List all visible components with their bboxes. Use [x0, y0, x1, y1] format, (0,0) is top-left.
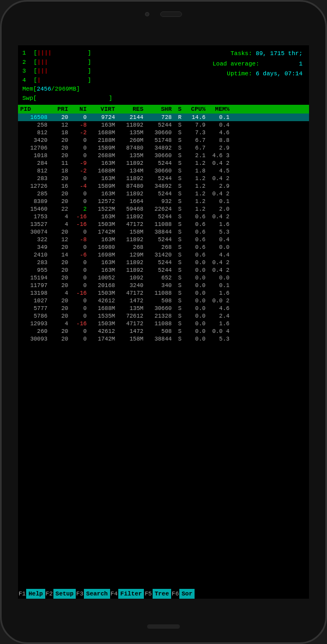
fn-label[interactable]: Filter [118, 589, 144, 599]
fn-label[interactable]: Help [26, 589, 45, 599]
table-row[interactable]: 15460 22 2 1522M 59468 22624 S 1.2 2.0 [18, 205, 309, 213]
fn-button-sor[interactable]: F6 Sor [171, 589, 195, 599]
table-row[interactable]: 285 20 0 163M 11892 5244 S 1.2 0.4 2 [18, 190, 309, 198]
virt: 1742M [88, 229, 116, 235]
table-row[interactable]: 284 11 -9 163M 11892 5244 S 1.2 0.4 2 [18, 159, 309, 167]
res: 268 [116, 244, 144, 251]
cpu-pct: 1.2 [183, 206, 207, 212]
shr: 30660 [144, 305, 173, 312]
pri: 12 [49, 236, 69, 243]
shr: 11088 [144, 290, 173, 296]
res: 1664 [116, 198, 144, 205]
pri: 4 [49, 290, 69, 296]
cpu-pct: 0.0 [183, 275, 207, 281]
pid: 1753 [20, 213, 49, 220]
res: 1092 [116, 275, 144, 281]
pri: 20 [49, 175, 69, 182]
table-row[interactable]: 16508 20 0 9724 2144 728 R 14.6 0.1 [18, 114, 309, 121]
shr: 51748 [144, 137, 173, 144]
table-row[interactable]: 5777 20 0 1688M 135M 30660 S 0.0 4.6 [18, 305, 309, 312]
ni: 0 [69, 244, 88, 251]
table-row[interactable]: 30074 20 0 1742M 158M 38844 S 0.6 5.3 [18, 228, 309, 236]
pri: 4 [49, 221, 69, 228]
process-list[interactable]: 16508 20 0 9724 2144 728 R 14.6 0.1 258 … [18, 114, 309, 589]
pri: 14 [49, 252, 69, 258]
fn-button-setup[interactable]: F2 Setup [45, 589, 76, 599]
table-row[interactable]: 12706 20 0 1589M 87480 34892 S 6.7 2.9 [18, 144, 309, 152]
ni: -9 [69, 160, 88, 166]
shr: 30660 [144, 152, 173, 159]
mem-pct: 0.0 4 [207, 328, 231, 335]
table-row[interactable]: 30093 20 0 1742M 158M 38844 S 0.0 5.3 [18, 335, 309, 343]
pri: 20 [49, 336, 69, 342]
ni: 0 [69, 297, 88, 304]
table-row[interactable]: 812 18 -2 1688M 134M 30660 S 1.8 4.5 [18, 167, 309, 175]
res: 47172 [116, 290, 144, 296]
table-row[interactable]: 12993 4 -16 1503M 47172 11088 S 0.0 1.6 [18, 320, 309, 327]
fn-button-help[interactable]: F1 Help [18, 589, 45, 599]
table-row[interactable]: 12726 16 -4 1589M 87480 34892 S 1.2 2.9 [18, 182, 309, 190]
virt: 1589M [88, 183, 116, 189]
fn-key: F5 [144, 589, 152, 599]
fn-label[interactable]: Setup [53, 589, 76, 599]
mem-pct: 2.9 [207, 183, 231, 189]
state: S [173, 152, 183, 159]
fn-label[interactable]: Tree [153, 589, 171, 599]
fn-button-filter[interactable]: F4 Filter [110, 589, 144, 599]
cpu-bars: 1 [ |||| ] 2 [ ||| ] 3 [ [22, 49, 213, 103]
cpu-pct: 0.0 [183, 328, 207, 335]
virt: 1535M [88, 313, 116, 319]
cpu-pct: 1.2 [183, 175, 207, 182]
shr: 5244 [144, 175, 173, 182]
mem-pct: 0.4 2 [207, 190, 231, 197]
shr: 268 [144, 244, 173, 251]
pid: 11797 [20, 282, 49, 289]
fn-label[interactable]: Sor [179, 589, 195, 599]
fn-button-tree[interactable]: F5 Tree [144, 589, 171, 599]
cpu-pct: 0.6 [183, 252, 207, 258]
table-row[interactable]: 11797 20 0 20168 3240 340 S 0.0 0.1 [18, 282, 309, 289]
table-row[interactable]: 13198 4 -16 1503M 47172 11088 S 0.0 1.6 [18, 289, 309, 297]
cpu-pct: 0.0 [183, 313, 207, 319]
pid: 30093 [20, 336, 49, 342]
pid: 2410 [20, 252, 49, 258]
table-row[interactable]: 13527 4 -16 1503M 47172 11088 S 0.6 1.6 [18, 220, 309, 228]
table-row[interactable]: 349 20 0 16980 268 268 S 0.6 0.0 [18, 243, 309, 251]
cpu-pct: 1.2 [183, 190, 207, 197]
table-row[interactable]: 260 20 0 42612 1472 508 S 0.0 0.0 4 [18, 327, 309, 335]
fn-button-search[interactable]: F3 Search [76, 589, 110, 599]
table-row[interactable]: 322 12 -8 163M 11892 5244 S 0.6 0.4 [18, 236, 309, 243]
pid: 322 [20, 236, 49, 243]
table-row[interactable]: 955 20 0 163M 11892 5244 S 0.0 0.4 2 [18, 266, 309, 274]
virt: 10052 [88, 275, 116, 281]
mem-pct: 1.6 [207, 221, 231, 228]
cpu-bar-2: 2 [ ||| ] [22, 58, 213, 67]
table-row[interactable]: 1018 20 0 2688M 135M 30660 S 2.1 4.6 3 [18, 152, 309, 159]
col-pid: PID [20, 106, 49, 112]
mem-pct: 4.6 3 [207, 152, 231, 159]
table-row[interactable]: 8389 20 0 12572 1664 932 S 1.2 0.1 [18, 198, 309, 205]
table-row[interactable]: 5786 20 0 1535M 72612 21328 S 0.0 2.4 [18, 312, 309, 320]
pri: 20 [49, 145, 69, 151]
table-row[interactable]: 2410 14 -6 1698M 129M 31420 S 0.6 4.4 [18, 251, 309, 259]
pri: 20 [49, 282, 69, 289]
table-row[interactable]: 812 18 -2 1688M 135M 30660 S 7.3 4.6 [18, 129, 309, 136]
virt: 2188M [88, 137, 116, 144]
fn-label[interactable]: Search [84, 589, 110, 599]
state: S [173, 175, 183, 182]
mem-pct: 0.1 [207, 282, 231, 289]
table-row[interactable]: 283 20 0 163M 11892 5244 S 1.2 0.4 2 [18, 175, 309, 182]
ni: -6 [69, 252, 88, 258]
table-row[interactable]: 15194 20 0 10052 1092 652 S 0.0 0.0 [18, 274, 309, 282]
table-row[interactable]: 1753 4 -16 163M 11892 5244 S 0.6 0.4 2 [18, 213, 309, 220]
virt: 163M [88, 190, 116, 197]
shr: 30660 [144, 129, 173, 136]
pid: 13198 [20, 290, 49, 296]
pid: 1027 [20, 297, 49, 304]
table-row[interactable]: 1027 20 0 42612 1472 508 S 0.0 0.0 2 [18, 297, 309, 305]
table-row[interactable]: 283 20 0 163M 11892 5244 S 0.0 0.4 2 [18, 259, 309, 266]
state: S [173, 221, 183, 228]
table-row[interactable]: 258 12 -8 163M 11892 5244 S 7.9 0.4 [18, 121, 309, 129]
table-row[interactable]: 3420 20 0 2188M 260M 51748 S 6.7 8.8 [18, 136, 309, 144]
pri: 20 [49, 114, 69, 121]
